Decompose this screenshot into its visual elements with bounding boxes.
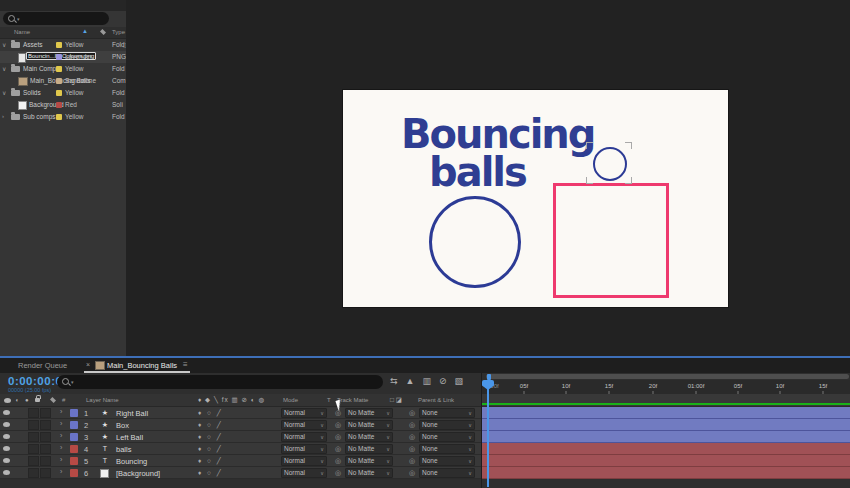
- item-name[interactable]: Main Comp: [23, 65, 56, 72]
- twirl-icon[interactable]: ∨: [2, 65, 8, 72]
- label-chip[interactable]: [70, 445, 78, 453]
- layer-bar-bouncing[interactable]: [482, 455, 850, 467]
- lock-column-icon[interactable]: [35, 398, 40, 402]
- twirl-icon[interactable]: ›: [60, 468, 62, 475]
- label-chip-lavender[interactable]: [56, 54, 62, 60]
- sort-arrow-icon[interactable]: ▲: [82, 28, 88, 34]
- comp-title-line1[interactable]: Bouncing: [401, 114, 594, 154]
- graph-editor-icon[interactable]: ▧: [455, 376, 464, 390]
- twirl-icon[interactable]: ›: [60, 408, 62, 415]
- parent-select[interactable]: None∨: [419, 468, 475, 478]
- layer-name[interactable]: Left Ball: [116, 433, 143, 442]
- close-tab-icon[interactable]: ×: [86, 361, 90, 368]
- twirl-icon[interactable]: ›: [60, 444, 62, 451]
- parent-select[interactable]: None∨: [419, 420, 475, 430]
- track-matte-select[interactable]: No Matte∨: [345, 444, 393, 454]
- project-item-sub-comps[interactable]: › Sub comps Yellow Fold: [0, 111, 126, 123]
- label-chip[interactable]: [70, 433, 78, 441]
- parent-select[interactable]: None∨: [419, 444, 475, 454]
- twirl-icon[interactable]: ›: [60, 456, 62, 463]
- layer-row-left-ball[interactable]: › 3 ★ Left Ball ♦ ○ ╱ Normal∨ ◎ No Matte…: [0, 431, 481, 443]
- label-chip[interactable]: [70, 457, 78, 465]
- timeline-search-input[interactable]: ▾: [57, 375, 383, 389]
- column-name[interactable]: Name: [14, 29, 30, 35]
- parent-pickwhip-icon[interactable]: ◎: [409, 445, 415, 453]
- track-matte-select[interactable]: No Matte∨: [345, 420, 393, 430]
- layer-bar-right-ball[interactable]: [482, 407, 850, 419]
- twirl-icon[interactable]: ›: [2, 113, 8, 119]
- parent-pickwhip-icon[interactable]: ◎: [409, 433, 415, 441]
- eye-icon[interactable]: [3, 422, 10, 427]
- solo-column-icon[interactable]: ●: [25, 397, 29, 403]
- parent-pickwhip-icon[interactable]: ◎: [409, 409, 415, 417]
- parent-pickwhip-icon[interactable]: ◎: [409, 421, 415, 429]
- matte-pickwhip-icon[interactable]: ◎: [335, 433, 341, 441]
- label-chip-yellow[interactable]: [56, 114, 62, 120]
- label-chip-yellow[interactable]: [56, 90, 62, 96]
- project-item-solids[interactable]: ∨ Solids Yellow Fold: [0, 87, 126, 99]
- layer-switches[interactable]: ♦ ○ ╱: [198, 409, 223, 417]
- mode-select[interactable]: Normal∨: [281, 432, 327, 442]
- column-type[interactable]: Type: [112, 29, 125, 35]
- project-item-main-bouncing-balls[interactable]: Main_Bouncing Balls Sandstone Com: [0, 75, 126, 87]
- layer-row-balls[interactable]: › 4 T balls ♦ ○ ╱ Normal∨ ◎ No Matte∨ ◎ …: [0, 443, 481, 455]
- eye-icon[interactable]: [3, 410, 10, 415]
- layer-switches[interactable]: ♦ ○ ╱: [198, 469, 223, 477]
- track-matte-select[interactable]: No Matte∨: [345, 432, 393, 442]
- item-name[interactable]: Assets: [23, 41, 43, 48]
- label-chip-sandstone[interactable]: [56, 78, 62, 84]
- time-navigator-bar[interactable]: [486, 374, 849, 379]
- column-layer-name[interactable]: Layer Name: [86, 397, 119, 403]
- playhead-line[interactable]: [487, 380, 489, 487]
- column-track-matte[interactable]: Track Matte: [337, 397, 368, 403]
- column-mode[interactable]: Mode: [283, 397, 298, 403]
- draft-3d-icon[interactable]: ▲: [406, 376, 415, 390]
- layer-switches[interactable]: ♦ ○ ╱: [198, 445, 223, 453]
- label-chip[interactable]: [70, 421, 78, 429]
- motion-blur-icon[interactable]: ⊘: [439, 376, 447, 390]
- composition-mini-flowchart-icon[interactable]: ⇆: [390, 376, 398, 390]
- audio-column-icon[interactable]: ◖: [15, 397, 19, 403]
- parent-select[interactable]: None∨: [419, 456, 475, 466]
- matte-pickwhip-icon[interactable]: ◎: [335, 457, 341, 465]
- twirl-icon[interactable]: ›: [60, 420, 62, 427]
- label-chip-yellow[interactable]: [56, 42, 62, 48]
- layer-switches[interactable]: ♦ ○ ╱: [198, 457, 223, 465]
- parent-pickwhip-icon[interactable]: ◎: [409, 469, 415, 477]
- matte-pickwhip-icon[interactable]: ◎: [335, 469, 341, 477]
- twirl-icon[interactable]: ∨: [2, 89, 8, 96]
- parent-select[interactable]: None∨: [419, 408, 475, 418]
- mode-select[interactable]: Normal∨: [281, 444, 327, 454]
- layer-bar-balls[interactable]: [482, 443, 850, 455]
- eye-icon[interactable]: [3, 470, 10, 475]
- project-item-assets[interactable]: ∨ Assets Yellow Fold ◫: [0, 39, 126, 51]
- item-name[interactable]: Sub comps: [23, 113, 56, 120]
- layer-row-box[interactable]: › 2 ★ Box ♦ ○ ╱ Normal∨ ◎ No Matte∨ ◎ No…: [0, 419, 481, 431]
- tab-render-queue[interactable]: Render Queue: [18, 361, 67, 370]
- left-ball-shape[interactable]: [429, 196, 521, 288]
- layer-switches[interactable]: ♦ ○ ╱: [198, 421, 223, 429]
- mode-select[interactable]: Normal∨: [281, 456, 327, 466]
- label-chip[interactable]: [70, 469, 78, 477]
- comp-title-line2[interactable]: balls: [429, 152, 526, 192]
- right-ball-shape[interactable]: [593, 147, 627, 181]
- layer-row-background[interactable]: › 6 [Background] ♦ ○ ╱ Normal∨ ◎ No Matt…: [0, 467, 481, 479]
- parent-select[interactable]: None∨: [419, 432, 475, 442]
- eye-icon[interactable]: [3, 446, 10, 451]
- eye-icon[interactable]: [3, 458, 10, 463]
- column-parent-link[interactable]: Parent & Link: [418, 397, 454, 403]
- layer-bar-background[interactable]: [482, 467, 850, 479]
- layer-name[interactable]: [Background]: [116, 469, 160, 478]
- layer-name[interactable]: Box: [116, 421, 129, 430]
- layer-row-right-ball[interactable]: › 1 ★ Right Ball ♦ ○ ╱ Normal∨ ◎ No Matt…: [0, 407, 481, 419]
- mode-select[interactable]: Normal∨: [281, 408, 327, 418]
- mode-select[interactable]: Normal∨: [281, 468, 327, 478]
- track-matte-select[interactable]: No Matte∨: [345, 456, 393, 466]
- layer-switches[interactable]: ♦ ○ ╱: [198, 433, 223, 441]
- composition-canvas[interactable]: Bouncing balls: [343, 90, 728, 307]
- label-column-icon[interactable]: [50, 397, 56, 403]
- twirl-icon[interactable]: ›: [60, 432, 62, 439]
- time-ruler[interactable]: 0:00f 05f 10f 15f 20f 01:00f 05f 10f 15f: [482, 380, 850, 395]
- track-matte-select[interactable]: No Matte∨: [345, 468, 393, 478]
- layer-name[interactable]: Right Ball: [116, 409, 148, 418]
